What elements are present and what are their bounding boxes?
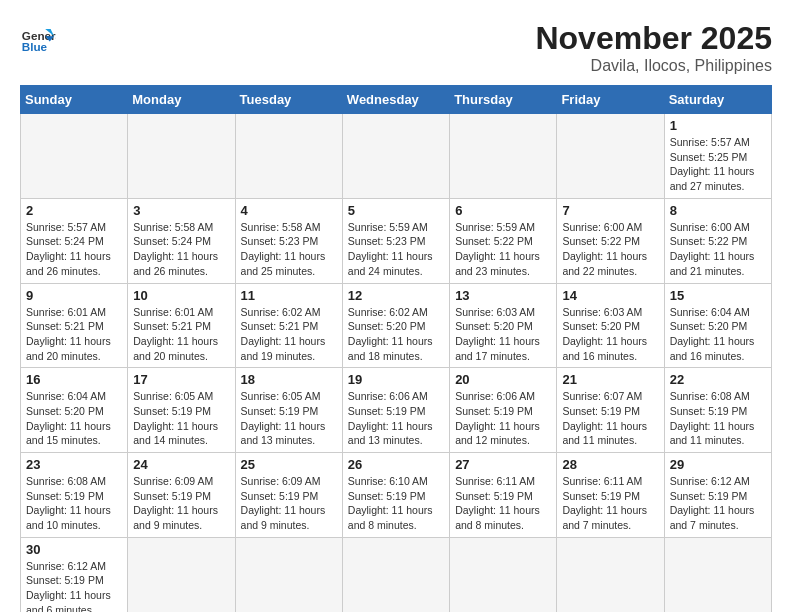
day-number: 29 [670, 457, 766, 472]
day-info: Sunrise: 6:05 AM Sunset: 5:19 PM Dayligh… [133, 389, 229, 448]
day-number: 27 [455, 457, 551, 472]
day-number: 5 [348, 203, 444, 218]
day-info: Sunrise: 6:04 AM Sunset: 5:20 PM Dayligh… [26, 389, 122, 448]
calendar-day-cell [342, 537, 449, 612]
day-number: 26 [348, 457, 444, 472]
calendar-day-cell: 8Sunrise: 6:00 AM Sunset: 5:22 PM Daylig… [664, 198, 771, 283]
day-number: 3 [133, 203, 229, 218]
day-info: Sunrise: 6:05 AM Sunset: 5:19 PM Dayligh… [241, 389, 337, 448]
calendar-day-cell: 26Sunrise: 6:10 AM Sunset: 5:19 PM Dayli… [342, 453, 449, 538]
day-info: Sunrise: 6:08 AM Sunset: 5:19 PM Dayligh… [670, 389, 766, 448]
day-number: 21 [562, 372, 658, 387]
calendar-day-cell [557, 114, 664, 199]
calendar-day-cell: 2Sunrise: 5:57 AM Sunset: 5:24 PM Daylig… [21, 198, 128, 283]
logo: General Blue [20, 20, 56, 56]
day-info: Sunrise: 5:59 AM Sunset: 5:22 PM Dayligh… [455, 220, 551, 279]
day-info: Sunrise: 6:11 AM Sunset: 5:19 PM Dayligh… [455, 474, 551, 533]
location-title: Davila, Ilocos, Philippines [535, 57, 772, 75]
day-info: Sunrise: 6:11 AM Sunset: 5:19 PM Dayligh… [562, 474, 658, 533]
calendar-day-cell [128, 537, 235, 612]
calendar-day-cell [235, 537, 342, 612]
weekday-header-row: SundayMondayTuesdayWednesdayThursdayFrid… [21, 86, 772, 114]
day-info: Sunrise: 6:01 AM Sunset: 5:21 PM Dayligh… [133, 305, 229, 364]
day-info: Sunrise: 6:00 AM Sunset: 5:22 PM Dayligh… [670, 220, 766, 279]
calendar-day-cell: 13Sunrise: 6:03 AM Sunset: 5:20 PM Dayli… [450, 283, 557, 368]
day-info: Sunrise: 6:04 AM Sunset: 5:20 PM Dayligh… [670, 305, 766, 364]
day-number: 18 [241, 372, 337, 387]
day-info: Sunrise: 6:06 AM Sunset: 5:19 PM Dayligh… [348, 389, 444, 448]
day-info: Sunrise: 6:02 AM Sunset: 5:21 PM Dayligh… [241, 305, 337, 364]
page-header: General Blue November 2025 Davila, Iloco… [20, 20, 772, 75]
calendar-day-cell [21, 114, 128, 199]
day-info: Sunrise: 5:57 AM Sunset: 5:25 PM Dayligh… [670, 135, 766, 194]
calendar-day-cell [450, 537, 557, 612]
calendar-day-cell: 17Sunrise: 6:05 AM Sunset: 5:19 PM Dayli… [128, 368, 235, 453]
day-number: 25 [241, 457, 337, 472]
calendar-day-cell [342, 114, 449, 199]
day-number: 14 [562, 288, 658, 303]
calendar-day-cell: 5Sunrise: 5:59 AM Sunset: 5:23 PM Daylig… [342, 198, 449, 283]
calendar-day-cell: 28Sunrise: 6:11 AM Sunset: 5:19 PM Dayli… [557, 453, 664, 538]
calendar-day-cell: 1Sunrise: 5:57 AM Sunset: 5:25 PM Daylig… [664, 114, 771, 199]
calendar-day-cell: 29Sunrise: 6:12 AM Sunset: 5:19 PM Dayli… [664, 453, 771, 538]
calendar-day-cell [235, 114, 342, 199]
svg-text:Blue: Blue [22, 40, 48, 53]
calendar-week-row: 2Sunrise: 5:57 AM Sunset: 5:24 PM Daylig… [21, 198, 772, 283]
calendar-day-cell: 20Sunrise: 6:06 AM Sunset: 5:19 PM Dayli… [450, 368, 557, 453]
day-info: Sunrise: 5:58 AM Sunset: 5:23 PM Dayligh… [241, 220, 337, 279]
day-number: 16 [26, 372, 122, 387]
calendar-table: SundayMondayTuesdayWednesdayThursdayFrid… [20, 85, 772, 612]
weekday-header-saturday: Saturday [664, 86, 771, 114]
weekday-header-friday: Friday [557, 86, 664, 114]
day-number: 10 [133, 288, 229, 303]
calendar-day-cell: 19Sunrise: 6:06 AM Sunset: 5:19 PM Dayli… [342, 368, 449, 453]
calendar-day-cell: 3Sunrise: 5:58 AM Sunset: 5:24 PM Daylig… [128, 198, 235, 283]
calendar-day-cell: 22Sunrise: 6:08 AM Sunset: 5:19 PM Dayli… [664, 368, 771, 453]
day-info: Sunrise: 5:57 AM Sunset: 5:24 PM Dayligh… [26, 220, 122, 279]
calendar-week-row: 1Sunrise: 5:57 AM Sunset: 5:25 PM Daylig… [21, 114, 772, 199]
calendar-day-cell [664, 537, 771, 612]
calendar-day-cell: 12Sunrise: 6:02 AM Sunset: 5:20 PM Dayli… [342, 283, 449, 368]
day-info: Sunrise: 6:12 AM Sunset: 5:19 PM Dayligh… [670, 474, 766, 533]
day-number: 20 [455, 372, 551, 387]
calendar-day-cell: 14Sunrise: 6:03 AM Sunset: 5:20 PM Dayli… [557, 283, 664, 368]
day-info: Sunrise: 6:06 AM Sunset: 5:19 PM Dayligh… [455, 389, 551, 448]
day-number: 11 [241, 288, 337, 303]
weekday-header-thursday: Thursday [450, 86, 557, 114]
calendar-day-cell: 21Sunrise: 6:07 AM Sunset: 5:19 PM Dayli… [557, 368, 664, 453]
calendar-day-cell: 30Sunrise: 6:12 AM Sunset: 5:19 PM Dayli… [21, 537, 128, 612]
month-title: November 2025 [535, 20, 772, 57]
day-info: Sunrise: 6:09 AM Sunset: 5:19 PM Dayligh… [133, 474, 229, 533]
calendar-day-cell: 18Sunrise: 6:05 AM Sunset: 5:19 PM Dayli… [235, 368, 342, 453]
day-number: 2 [26, 203, 122, 218]
day-info: Sunrise: 6:09 AM Sunset: 5:19 PM Dayligh… [241, 474, 337, 533]
day-info: Sunrise: 5:58 AM Sunset: 5:24 PM Dayligh… [133, 220, 229, 279]
calendar-day-cell: 16Sunrise: 6:04 AM Sunset: 5:20 PM Dayli… [21, 368, 128, 453]
calendar-week-row: 9Sunrise: 6:01 AM Sunset: 5:21 PM Daylig… [21, 283, 772, 368]
day-number: 28 [562, 457, 658, 472]
day-number: 7 [562, 203, 658, 218]
calendar-day-cell: 15Sunrise: 6:04 AM Sunset: 5:20 PM Dayli… [664, 283, 771, 368]
calendar-day-cell [450, 114, 557, 199]
day-info: Sunrise: 6:08 AM Sunset: 5:19 PM Dayligh… [26, 474, 122, 533]
calendar-day-cell: 7Sunrise: 6:00 AM Sunset: 5:22 PM Daylig… [557, 198, 664, 283]
logo-icon: General Blue [20, 20, 56, 56]
day-number: 4 [241, 203, 337, 218]
calendar-day-cell: 6Sunrise: 5:59 AM Sunset: 5:22 PM Daylig… [450, 198, 557, 283]
weekday-header-tuesday: Tuesday [235, 86, 342, 114]
calendar-day-cell: 24Sunrise: 6:09 AM Sunset: 5:19 PM Dayli… [128, 453, 235, 538]
day-info: Sunrise: 6:03 AM Sunset: 5:20 PM Dayligh… [562, 305, 658, 364]
day-info: Sunrise: 6:01 AM Sunset: 5:21 PM Dayligh… [26, 305, 122, 364]
day-number: 23 [26, 457, 122, 472]
calendar-day-cell: 4Sunrise: 5:58 AM Sunset: 5:23 PM Daylig… [235, 198, 342, 283]
calendar-week-row: 30Sunrise: 6:12 AM Sunset: 5:19 PM Dayli… [21, 537, 772, 612]
day-number: 24 [133, 457, 229, 472]
day-info: Sunrise: 6:10 AM Sunset: 5:19 PM Dayligh… [348, 474, 444, 533]
day-number: 9 [26, 288, 122, 303]
calendar-day-cell: 11Sunrise: 6:02 AM Sunset: 5:21 PM Dayli… [235, 283, 342, 368]
calendar-day-cell: 10Sunrise: 6:01 AM Sunset: 5:21 PM Dayli… [128, 283, 235, 368]
calendar-day-cell: 27Sunrise: 6:11 AM Sunset: 5:19 PM Dayli… [450, 453, 557, 538]
day-number: 15 [670, 288, 766, 303]
calendar-day-cell: 9Sunrise: 6:01 AM Sunset: 5:21 PM Daylig… [21, 283, 128, 368]
day-info: Sunrise: 6:12 AM Sunset: 5:19 PM Dayligh… [26, 559, 122, 612]
